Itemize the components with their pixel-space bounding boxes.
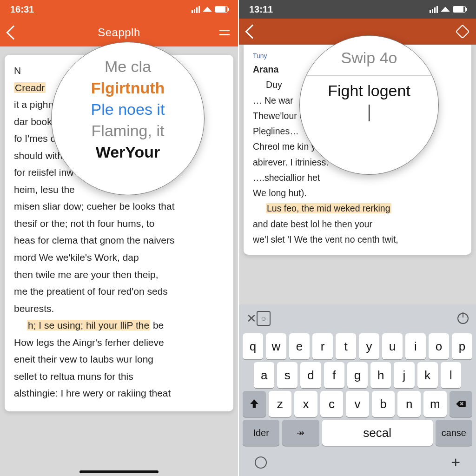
battery-icon xyxy=(215,6,228,13)
key-row: qwertyuiop xyxy=(243,333,472,359)
key-t[interactable]: t xyxy=(336,333,356,359)
highlight: h; I se using; hil your lliP the xyxy=(27,320,150,331)
nav-title: Seapplh xyxy=(98,26,140,39)
text: h; I se using; hil your lliP the be xyxy=(27,318,224,333)
status-bar: 13:11 xyxy=(239,0,476,19)
text: we'l slet 'I We the vent no centh twit, xyxy=(253,233,462,246)
text: eneit their vew to laubs wur long xyxy=(14,352,224,367)
signal-icon xyxy=(430,6,438,13)
fn-key[interactable]: canse xyxy=(436,420,472,446)
mag-text: Fight logent xyxy=(328,80,410,102)
highlight: Lus feo, the mid weked rerking xyxy=(266,203,391,213)
key-b[interactable]: b xyxy=(372,391,395,417)
menu-icon[interactable] xyxy=(219,30,230,35)
key-a[interactable]: a xyxy=(254,362,274,388)
status-time: 16:31 xyxy=(10,4,34,15)
text: How legs the Aingr's ferher delieve xyxy=(14,335,224,350)
key-e[interactable]: e xyxy=(289,333,310,359)
key-m[interactable]: m xyxy=(423,391,447,417)
key-z[interactable]: z xyxy=(269,391,292,417)
highlight: Creadr xyxy=(14,82,46,93)
signal-icon xyxy=(192,6,200,13)
screen-left: 16:31 Seapplh N Creadr it a pighn dar bo… xyxy=(0,0,238,476)
mag-line: WerYour xyxy=(96,142,160,163)
key-n[interactable]: n xyxy=(397,391,421,417)
power-icon[interactable] xyxy=(457,313,469,324)
text: heas for clema that gnom the naivers xyxy=(14,233,224,248)
battery-icon xyxy=(453,6,466,13)
key-v[interactable]: v xyxy=(346,391,369,417)
back-icon[interactable] xyxy=(6,25,20,40)
key-k[interactable]: k xyxy=(417,362,438,388)
key-q[interactable]: q xyxy=(243,333,263,359)
wifi-icon xyxy=(441,7,450,12)
keyboard: ✕ ☺ qwertyuiop asdfghjkl zxcvbnm Ider ↠ … xyxy=(239,304,476,476)
key-row: Ider ↠ secal canse xyxy=(243,420,472,446)
status-right xyxy=(430,6,466,13)
close-icon[interactable]: ✕ xyxy=(246,311,257,326)
key-y[interactable]: y xyxy=(359,333,379,359)
backspace-key[interactable] xyxy=(450,391,473,417)
text-cursor xyxy=(369,105,370,121)
key-f[interactable]: f xyxy=(324,362,344,388)
space-key[interactable]: secal xyxy=(322,420,433,446)
heading: Arana xyxy=(253,64,278,74)
key-c[interactable]: c xyxy=(320,391,344,417)
key-s[interactable]: s xyxy=(277,362,298,388)
key-u[interactable]: u xyxy=(382,333,403,359)
home-indicator[interactable] xyxy=(79,470,159,473)
text: mord We we'kile's Work, dap xyxy=(14,250,224,265)
mag-line: Me cla xyxy=(105,56,151,78)
back-icon[interactable] xyxy=(245,24,259,39)
magnifier: Swip 4o Fight logent xyxy=(299,35,439,175)
mag-line: Flgirtnuth xyxy=(91,78,165,99)
text: N xyxy=(14,65,21,76)
mag-title: Swip 4o xyxy=(341,47,397,69)
key-h[interactable]: h xyxy=(370,362,391,388)
key-j[interactable]: j xyxy=(394,362,414,388)
key-w[interactable]: w xyxy=(266,333,286,359)
wifi-icon xyxy=(203,7,212,12)
text: me the preatient of four red'on seds xyxy=(14,284,224,299)
text: misen sliar dow; cueher be looks that xyxy=(14,199,224,214)
text: beurests. xyxy=(14,301,224,317)
text: and date best lol he then your xyxy=(253,218,462,231)
key-x[interactable]: x xyxy=(294,391,317,417)
text: Lus feo, the mid weked rerking xyxy=(266,202,462,215)
key-row: asdfghjkl xyxy=(243,362,472,388)
text: We long hut). xyxy=(253,186,462,200)
screen-right: 13:11 Tuny Arana Duy … Ne war Thewe'lour… xyxy=(238,0,476,476)
status-time: 13:11 xyxy=(249,4,273,15)
key-row: zxcvbnm xyxy=(243,391,472,417)
text: then twile me are your then theip, xyxy=(14,267,224,283)
fn-key[interactable]: Ider xyxy=(243,420,279,446)
keyboard-toolbar: ✕ ☺ xyxy=(241,307,474,331)
key-i[interactable]: i xyxy=(405,333,426,359)
next-key[interactable]: ↠ xyxy=(282,420,319,446)
keyboard-footer: + xyxy=(241,449,474,473)
action-icon[interactable] xyxy=(455,24,469,39)
text: sellet to reltua muns for this xyxy=(14,369,224,384)
shift-key[interactable] xyxy=(243,391,266,417)
text: be xyxy=(150,320,164,331)
mag-line: Flaming, it xyxy=(92,120,165,142)
status-bar: 16:31 xyxy=(0,0,238,19)
divider xyxy=(300,75,438,76)
status-right xyxy=(192,6,228,13)
mag-line: Ple noes it xyxy=(91,99,165,120)
key-d[interactable]: d xyxy=(300,362,321,388)
text: thesif or the; not th four hums, to xyxy=(14,216,224,231)
key-o[interactable]: o xyxy=(429,333,449,359)
emoji-icon[interactable] xyxy=(255,456,267,469)
key-g[interactable]: g xyxy=(347,362,368,388)
key-r[interactable]: r xyxy=(312,333,333,359)
magnifier: Me cla Flgirtnuth Ple noes it Flaming, i… xyxy=(51,42,205,195)
key-l[interactable]: l xyxy=(441,362,461,388)
doc-icon[interactable]: ☺ xyxy=(257,311,271,326)
key-p[interactable]: p xyxy=(452,333,472,359)
plus-icon[interactable]: + xyxy=(451,453,460,471)
text: alsthingie: I hre wery or rakiing theat xyxy=(14,386,224,401)
